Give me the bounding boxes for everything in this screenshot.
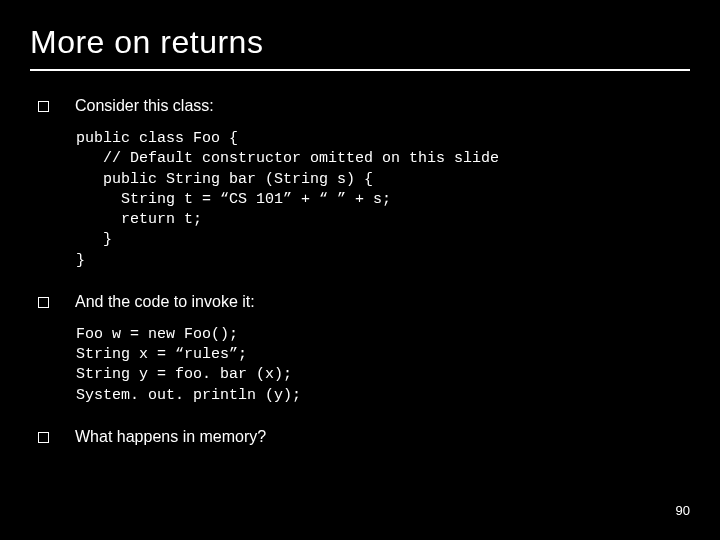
code-block-2: Foo w = new Foo(); String x = “rules”; S… bbox=[30, 325, 690, 406]
bullet-marker-icon bbox=[38, 101, 49, 112]
slide-title: More on returns bbox=[30, 24, 690, 71]
bullet-marker-icon bbox=[38, 432, 49, 443]
bullet-item: What happens in memory? bbox=[30, 428, 690, 446]
bullet-text: And the code to invoke it: bbox=[75, 293, 255, 311]
bullet-item: And the code to invoke it: bbox=[30, 293, 690, 311]
bullet-item: Consider this class: bbox=[30, 97, 690, 115]
code-block-1: public class Foo { // Default constructo… bbox=[30, 129, 690, 271]
bullet-marker-icon bbox=[38, 297, 49, 308]
bullet-text: Consider this class: bbox=[75, 97, 214, 115]
bullet-text: What happens in memory? bbox=[75, 428, 266, 446]
slide: More on returns Consider this class: pub… bbox=[0, 0, 720, 540]
page-number: 90 bbox=[676, 503, 690, 518]
